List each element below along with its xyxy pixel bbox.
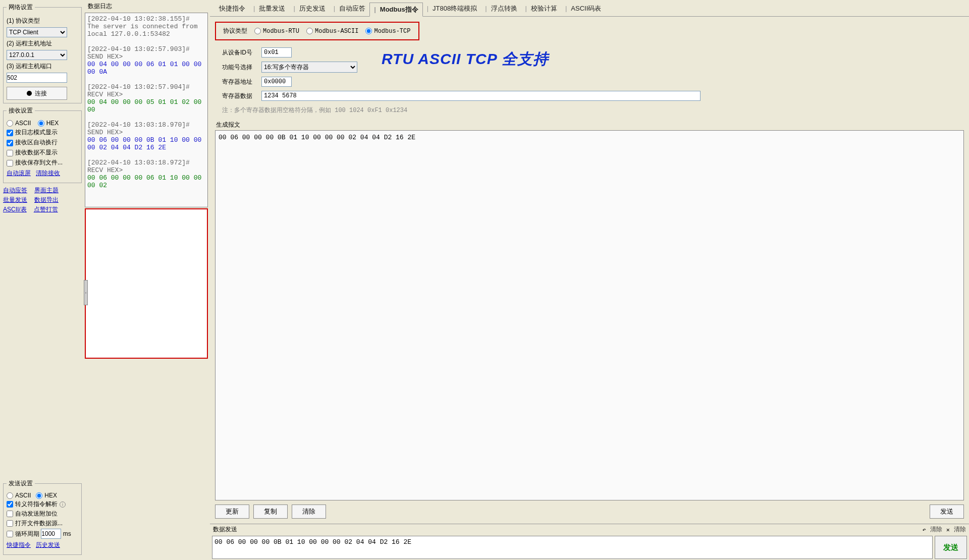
- tab-自动应答[interactable]: 自动应答: [330, 2, 369, 16]
- link-export[interactable]: 数据导出: [34, 196, 59, 204]
- host-select[interactable]: 127.0.0.1: [7, 50, 67, 60]
- link-autoscroll[interactable]: 自动滚屏: [7, 169, 31, 178]
- link-theme[interactable]: 界面主题: [34, 186, 59, 195]
- send-settings: 发送设置 ASCII HEX 转义符指令解析i 自动发送附加位 打开文件数据源.…: [3, 479, 82, 555]
- link-clearrecv[interactable]: 清除接收: [36, 169, 60, 178]
- func-select[interactable]: 16:写多个寄存器: [261, 62, 357, 73]
- clear-link-1[interactable]: 清除: [930, 525, 942, 534]
- action-links: 自动应答界面主题 批量发送数据导出 ASCII/表点赞打赏: [3, 186, 82, 214]
- link-asciitable[interactable]: ASCII/表: [3, 205, 27, 214]
- port-input[interactable]: [7, 73, 67, 83]
- data-note: 注：多个寄存器数据用空格符分隔，例如 100 1024 0xF1 0x1234: [222, 106, 964, 115]
- link-history[interactable]: 历史发送: [36, 541, 60, 549]
- func-label: 功能号选择: [222, 63, 257, 72]
- radio-rtu[interactable]: Modbus-RTU: [254, 28, 299, 35]
- bottom-send-area: 数据发送 ↶清除 ✕清除 00 06 00 00 00 0B 01 10 00 …: [210, 524, 969, 560]
- tab-ASCII码表[interactable]: ASCII码表: [561, 2, 605, 16]
- connect-button[interactable]: 连接: [7, 87, 67, 100]
- link-batchsend[interactable]: 批量发送: [3, 196, 27, 204]
- network-settings: 网络设置 (1) 协议类型 TCP Client (2) 远程主机地址 127.…: [3, 3, 82, 103]
- copy-button[interactable]: 复制: [253, 505, 288, 519]
- clear-icon[interactable]: ✕: [946, 526, 950, 533]
- tab-浮点转换[interactable]: 浮点转换: [481, 2, 521, 16]
- recv-ascii-radio: [7, 120, 13, 127]
- cycle-input[interactable]: [41, 529, 61, 539]
- radio-ascii[interactable]: Modbus-ASCII: [306, 28, 358, 35]
- tab-批量发送[interactable]: 批量发送: [249, 2, 289, 16]
- radio-tcp[interactable]: Modbus-TCP: [365, 28, 410, 35]
- chk-openfile[interactable]: 打开文件数据源...: [7, 519, 78, 528]
- right-panel: 快捷指令批量发送历史发送自动应答Modbus指令JT808终端模拟浮点转换校验计…: [210, 0, 969, 560]
- tab-校验计算[interactable]: 校验计算: [521, 2, 561, 16]
- recv-settings: 接收设置 ASCII HEX 按日志模式显示 接收区自动换行 接收数据不显示 接…: [3, 106, 82, 183]
- proto-label: 协议类型: [223, 27, 247, 35]
- protocol-select[interactable]: TCP Client: [7, 27, 67, 37]
- mid-panel: ‹ 数据日志 [2022-04-10 13:02:38.155]# The se…: [85, 0, 210, 560]
- slave-label: 从设备ID号: [222, 48, 257, 57]
- highlighted-box: [85, 208, 208, 359]
- log-title: 数据日志: [85, 0, 208, 13]
- link-shortcut[interactable]: 快捷指令: [7, 541, 31, 549]
- modbus-tab-content: 协议类型 Modbus-RTU Modbus-ASCII Modbus-TCP …: [210, 17, 969, 524]
- app-root: 网络设置 (1) 协议类型 TCP Client (2) 远程主机地址 127.…: [0, 0, 969, 560]
- link-autoresp[interactable]: 自动应答: [3, 186, 27, 195]
- tab-Modbus指令[interactable]: Modbus指令: [369, 3, 422, 17]
- connect-label: 连接: [35, 89, 47, 98]
- gen-label: 生成报文: [216, 121, 964, 129]
- addr-label: 寄存器地址: [222, 78, 257, 86]
- protocol-label: (1) 协议类型: [7, 17, 78, 25]
- network-title: 网络设置: [7, 3, 35, 12]
- chk-wrap[interactable]: 接收区自动换行: [7, 138, 78, 147]
- left-panel: 网络设置 (1) 协议类型 TCP Client (2) 远程主机地址 127.…: [0, 0, 85, 560]
- chk-savefile[interactable]: 接收保存到文件...: [7, 158, 78, 167]
- port-label: (3) 远程主机端口: [7, 62, 78, 71]
- connect-status-icon: [27, 91, 32, 96]
- send-button[interactable]: 发送: [930, 505, 964, 519]
- data-input[interactable]: [261, 91, 701, 101]
- chk-escape[interactable]: 转义符指令解析i: [7, 500, 78, 509]
- reset-icon[interactable]: ↶: [923, 526, 926, 533]
- collapse-handle[interactable]: ‹: [84, 280, 88, 305]
- addr-input[interactable]: [261, 77, 292, 87]
- send-title: 发送设置: [7, 479, 35, 488]
- send-textarea[interactable]: 00 06 00 00 00 0B 01 10 00 00 00 02 04 0…: [212, 536, 933, 559]
- info-icon[interactable]: i: [60, 501, 66, 508]
- gen-output[interactable]: 00 06 00 00 00 0B 01 10 00 00 00 02 04 0…: [215, 130, 964, 500]
- log-area[interactable]: [2022-04-10 13:02:38.155]# The server is…: [85, 13, 208, 207]
- clear-link-2[interactable]: 清除: [954, 525, 966, 534]
- recv-title: 接收设置: [7, 106, 35, 115]
- chk-logmode[interactable]: 按日志模式显示: [7, 128, 78, 137]
- protocol-type-box: 协议类型 Modbus-RTU Modbus-ASCII Modbus-TCP: [215, 22, 419, 40]
- clear-button[interactable]: 清除: [292, 505, 326, 519]
- tab-历史发送[interactable]: 历史发送: [289, 2, 329, 16]
- data-label: 寄存器数据: [222, 92, 257, 100]
- send-hex-radio: [36, 492, 42, 499]
- send-main-button[interactable]: 发送: [935, 536, 967, 559]
- update-button[interactable]: 更新: [215, 505, 249, 519]
- send-ascii-radio: [7, 492, 13, 499]
- chk-appendbit[interactable]: 自动发送附加位: [7, 510, 78, 518]
- bottom-title: 数据发送: [213, 525, 237, 534]
- chk-cycle[interactable]: 循环周期 ms: [7, 529, 78, 539]
- link-donate[interactable]: 点赞打赏: [34, 205, 58, 214]
- recv-hex-radio: [38, 120, 44, 127]
- tab-快捷指令[interactable]: 快捷指令: [215, 2, 249, 16]
- tab-JT808终端模拟[interactable]: JT808终端模拟: [423, 2, 481, 16]
- slave-input[interactable]: [261, 47, 292, 58]
- host-label: (2) 远程主机地址: [7, 39, 78, 48]
- chk-hidesend[interactable]: 接收数据不显示: [7, 148, 78, 157]
- tabs: 快捷指令批量发送历史发送自动应答Modbus指令JT808终端模拟浮点转换校验计…: [210, 0, 969, 17]
- banner-text: RTU ASCII TCP 全支持: [382, 49, 549, 70]
